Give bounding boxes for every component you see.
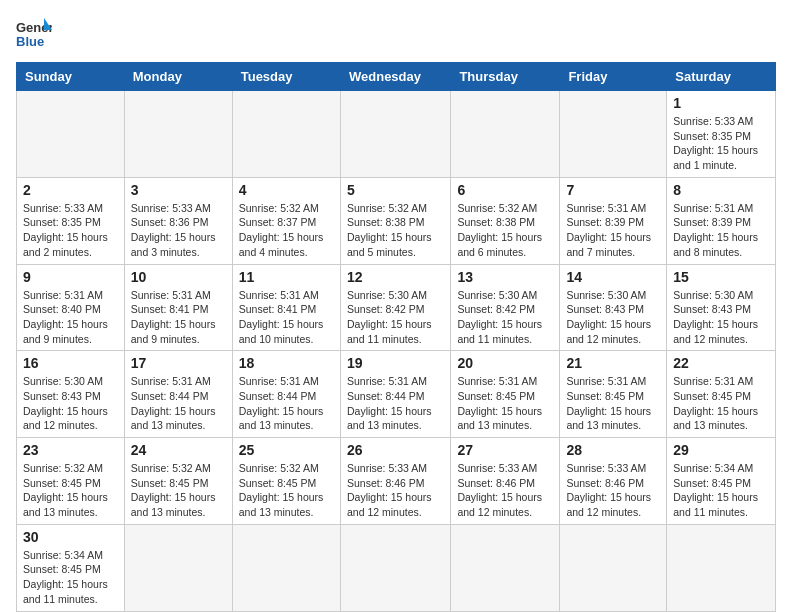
day-number: 8 <box>673 182 769 198</box>
day-number: 11 <box>239 269 334 285</box>
day-number: 29 <box>673 442 769 458</box>
day-number: 30 <box>23 529 118 545</box>
day-info: Sunrise: 5:31 AM Sunset: 8:45 PM Dayligh… <box>457 374 553 433</box>
calendar-cell <box>560 524 667 611</box>
weekday-thursday: Thursday <box>451 63 560 91</box>
calendar-cell: 27Sunrise: 5:33 AM Sunset: 8:46 PM Dayli… <box>451 438 560 525</box>
day-info: Sunrise: 5:30 AM Sunset: 8:42 PM Dayligh… <box>347 288 444 347</box>
day-info: Sunrise: 5:32 AM Sunset: 8:45 PM Dayligh… <box>239 461 334 520</box>
calendar-cell: 26Sunrise: 5:33 AM Sunset: 8:46 PM Dayli… <box>340 438 450 525</box>
day-info: Sunrise: 5:33 AM Sunset: 8:35 PM Dayligh… <box>23 201 118 260</box>
day-number: 13 <box>457 269 553 285</box>
day-number: 10 <box>131 269 226 285</box>
day-number: 19 <box>347 355 444 371</box>
day-number: 2 <box>23 182 118 198</box>
calendar-cell: 12Sunrise: 5:30 AM Sunset: 8:42 PM Dayli… <box>340 264 450 351</box>
calendar-cell <box>232 91 340 178</box>
day-info: Sunrise: 5:32 AM Sunset: 8:45 PM Dayligh… <box>23 461 118 520</box>
day-info: Sunrise: 5:30 AM Sunset: 8:43 PM Dayligh… <box>673 288 769 347</box>
day-number: 20 <box>457 355 553 371</box>
weekday-header-row: SundayMondayTuesdayWednesdayThursdayFrid… <box>17 63 776 91</box>
weekday-friday: Friday <box>560 63 667 91</box>
week-row-6: 30Sunrise: 5:34 AM Sunset: 8:45 PM Dayli… <box>17 524 776 611</box>
day-info: Sunrise: 5:32 AM Sunset: 8:45 PM Dayligh… <box>131 461 226 520</box>
weekday-tuesday: Tuesday <box>232 63 340 91</box>
logo-icon: General Blue <box>16 16 52 52</box>
calendar-cell: 30Sunrise: 5:34 AM Sunset: 8:45 PM Dayli… <box>17 524 125 611</box>
calendar-cell: 4Sunrise: 5:32 AM Sunset: 8:37 PM Daylig… <box>232 177 340 264</box>
day-info: Sunrise: 5:31 AM Sunset: 8:45 PM Dayligh… <box>566 374 660 433</box>
calendar-cell <box>560 91 667 178</box>
day-number: 22 <box>673 355 769 371</box>
day-number: 23 <box>23 442 118 458</box>
day-info: Sunrise: 5:33 AM Sunset: 8:46 PM Dayligh… <box>457 461 553 520</box>
day-number: 26 <box>347 442 444 458</box>
day-number: 15 <box>673 269 769 285</box>
day-number: 28 <box>566 442 660 458</box>
weekday-wednesday: Wednesday <box>340 63 450 91</box>
calendar-body: 1Sunrise: 5:33 AM Sunset: 8:35 PM Daylig… <box>17 91 776 612</box>
calendar-cell: 16Sunrise: 5:30 AM Sunset: 8:43 PM Dayli… <box>17 351 125 438</box>
day-info: Sunrise: 5:31 AM Sunset: 8:44 PM Dayligh… <box>131 374 226 433</box>
calendar-cell <box>451 524 560 611</box>
day-info: Sunrise: 5:31 AM Sunset: 8:40 PM Dayligh… <box>23 288 118 347</box>
day-number: 18 <box>239 355 334 371</box>
weekday-monday: Monday <box>124 63 232 91</box>
calendar-cell: 23Sunrise: 5:32 AM Sunset: 8:45 PM Dayli… <box>17 438 125 525</box>
calendar-cell: 7Sunrise: 5:31 AM Sunset: 8:39 PM Daylig… <box>560 177 667 264</box>
page-header: General Blue <box>16 16 776 52</box>
day-number: 16 <box>23 355 118 371</box>
day-number: 5 <box>347 182 444 198</box>
calendar-cell: 24Sunrise: 5:32 AM Sunset: 8:45 PM Dayli… <box>124 438 232 525</box>
day-number: 1 <box>673 95 769 111</box>
day-info: Sunrise: 5:31 AM Sunset: 8:44 PM Dayligh… <box>239 374 334 433</box>
day-number: 24 <box>131 442 226 458</box>
week-row-4: 16Sunrise: 5:30 AM Sunset: 8:43 PM Dayli… <box>17 351 776 438</box>
calendar-cell: 18Sunrise: 5:31 AM Sunset: 8:44 PM Dayli… <box>232 351 340 438</box>
day-number: 14 <box>566 269 660 285</box>
calendar-cell: 22Sunrise: 5:31 AM Sunset: 8:45 PM Dayli… <box>667 351 776 438</box>
calendar-cell <box>124 91 232 178</box>
calendar-table: SundayMondayTuesdayWednesdayThursdayFrid… <box>16 62 776 612</box>
day-number: 25 <box>239 442 334 458</box>
day-number: 7 <box>566 182 660 198</box>
day-info: Sunrise: 5:33 AM Sunset: 8:35 PM Dayligh… <box>673 114 769 173</box>
day-info: Sunrise: 5:30 AM Sunset: 8:42 PM Dayligh… <box>457 288 553 347</box>
day-info: Sunrise: 5:31 AM Sunset: 8:41 PM Dayligh… <box>131 288 226 347</box>
day-number: 3 <box>131 182 226 198</box>
calendar-cell: 2Sunrise: 5:33 AM Sunset: 8:35 PM Daylig… <box>17 177 125 264</box>
day-number: 6 <box>457 182 553 198</box>
day-number: 17 <box>131 355 226 371</box>
week-row-2: 2Sunrise: 5:33 AM Sunset: 8:35 PM Daylig… <box>17 177 776 264</box>
calendar-cell: 13Sunrise: 5:30 AM Sunset: 8:42 PM Dayli… <box>451 264 560 351</box>
calendar-cell: 1Sunrise: 5:33 AM Sunset: 8:35 PM Daylig… <box>667 91 776 178</box>
calendar-cell: 15Sunrise: 5:30 AM Sunset: 8:43 PM Dayli… <box>667 264 776 351</box>
day-info: Sunrise: 5:31 AM Sunset: 8:39 PM Dayligh… <box>566 201 660 260</box>
calendar-cell: 17Sunrise: 5:31 AM Sunset: 8:44 PM Dayli… <box>124 351 232 438</box>
day-info: Sunrise: 5:31 AM Sunset: 8:44 PM Dayligh… <box>347 374 444 433</box>
day-info: Sunrise: 5:32 AM Sunset: 8:38 PM Dayligh… <box>457 201 553 260</box>
calendar-cell: 8Sunrise: 5:31 AM Sunset: 8:39 PM Daylig… <box>667 177 776 264</box>
logo: General Blue <box>16 16 52 52</box>
day-info: Sunrise: 5:33 AM Sunset: 8:36 PM Dayligh… <box>131 201 226 260</box>
calendar-cell <box>124 524 232 611</box>
calendar-cell: 9Sunrise: 5:31 AM Sunset: 8:40 PM Daylig… <box>17 264 125 351</box>
day-info: Sunrise: 5:34 AM Sunset: 8:45 PM Dayligh… <box>23 548 118 607</box>
day-info: Sunrise: 5:33 AM Sunset: 8:46 PM Dayligh… <box>566 461 660 520</box>
day-info: Sunrise: 5:30 AM Sunset: 8:43 PM Dayligh… <box>23 374 118 433</box>
calendar-cell <box>340 524 450 611</box>
week-row-1: 1Sunrise: 5:33 AM Sunset: 8:35 PM Daylig… <box>17 91 776 178</box>
week-row-5: 23Sunrise: 5:32 AM Sunset: 8:45 PM Dayli… <box>17 438 776 525</box>
day-info: Sunrise: 5:31 AM Sunset: 8:39 PM Dayligh… <box>673 201 769 260</box>
day-number: 9 <box>23 269 118 285</box>
calendar-cell: 29Sunrise: 5:34 AM Sunset: 8:45 PM Dayli… <box>667 438 776 525</box>
day-info: Sunrise: 5:32 AM Sunset: 8:38 PM Dayligh… <box>347 201 444 260</box>
calendar-cell: 19Sunrise: 5:31 AM Sunset: 8:44 PM Dayli… <box>340 351 450 438</box>
calendar-cell: 10Sunrise: 5:31 AM Sunset: 8:41 PM Dayli… <box>124 264 232 351</box>
calendar-cell: 6Sunrise: 5:32 AM Sunset: 8:38 PM Daylig… <box>451 177 560 264</box>
week-row-3: 9Sunrise: 5:31 AM Sunset: 8:40 PM Daylig… <box>17 264 776 351</box>
calendar-cell <box>667 524 776 611</box>
weekday-saturday: Saturday <box>667 63 776 91</box>
calendar-cell: 28Sunrise: 5:33 AM Sunset: 8:46 PM Dayli… <box>560 438 667 525</box>
day-info: Sunrise: 5:32 AM Sunset: 8:37 PM Dayligh… <box>239 201 334 260</box>
